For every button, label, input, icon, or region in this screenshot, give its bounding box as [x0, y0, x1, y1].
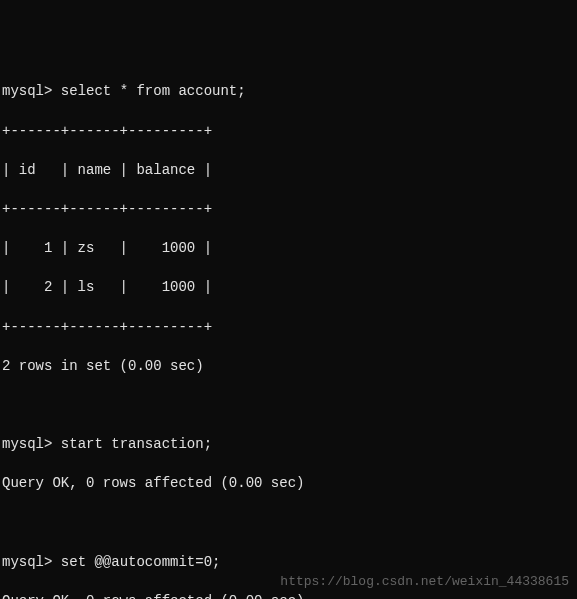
- prompt-line-2: mysql> start transaction;: [2, 435, 575, 455]
- sql-query-3: set @@autocommit=0;: [61, 554, 221, 570]
- blank-1: [2, 396, 575, 416]
- mysql-prompt: mysql>: [2, 83, 52, 99]
- table1-border-bot: +------+------+---------+: [2, 318, 575, 338]
- table1-border-mid: +------+------+---------+: [2, 200, 575, 220]
- sql-query-1: select * from account;: [61, 83, 246, 99]
- table1-row1: | 1 | zs | 1000 |: [2, 239, 575, 259]
- response-2: Query OK, 0 rows affected (0.00 sec): [2, 474, 575, 494]
- mysql-prompt: mysql>: [2, 554, 52, 570]
- table1-footer: 2 rows in set (0.00 sec): [2, 357, 575, 377]
- table1-border-top: +------+------+---------+: [2, 122, 575, 142]
- prompt-line-1: mysql> select * from account;: [2, 82, 575, 102]
- response-3: Query OK, 0 rows affected (0.00 sec): [2, 592, 575, 599]
- watermark-text: https://blog.csdn.net/weixin_44338615: [280, 573, 569, 591]
- table1-row2: | 2 | ls | 1000 |: [2, 278, 575, 298]
- blank-2: [2, 513, 575, 533]
- table1-header: | id | name | balance |: [2, 161, 575, 181]
- sql-query-2: start transaction;: [61, 436, 212, 452]
- mysql-prompt: mysql>: [2, 436, 52, 452]
- prompt-line-3: mysql> set @@autocommit=0;: [2, 553, 575, 573]
